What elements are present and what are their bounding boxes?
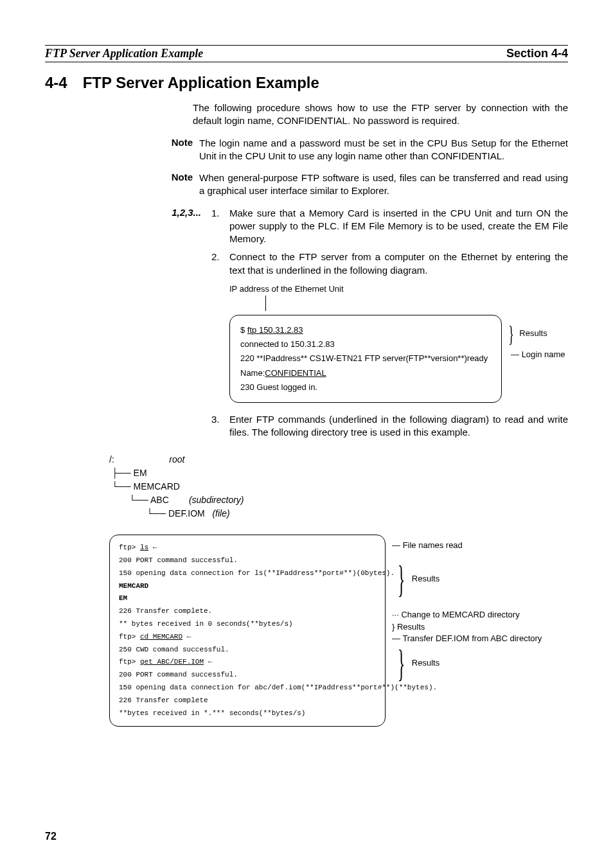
term-name-label: Name:: [240, 368, 265, 378]
term1-line2: connected to 150.31.2.83: [240, 337, 491, 351]
tree-root-label: root: [169, 454, 184, 465]
note-label: Note: [161, 137, 199, 163]
steps-block: 1,2,3... Make sure that a Memory Card is…: [45, 207, 568, 445]
side-results: }Results: [506, 328, 565, 340]
diagram2-side-labels: — File names read }Results ··· Change to…: [392, 538, 542, 679]
rule-under: [45, 62, 568, 62]
term2-l10: ftp> get ABC/DEF.IOM ←: [119, 656, 376, 669]
step-3: Enter FTP commands (underlined in the fo…: [229, 413, 568, 439]
terminal-box-2: ftp> ls ← 200 PORT command successful. 1…: [109, 535, 386, 727]
term2-l12: 150 opening data connection for abc/def.…: [119, 682, 376, 695]
term-login-name: CONFIDENTIAL: [265, 368, 326, 378]
note-label: Note: [161, 172, 199, 198]
term2-l6: 226 Transfer complete.: [119, 605, 376, 618]
term2-l7: ** bytes received in 0 seconds(**bytes/s…: [119, 618, 376, 631]
term1-line4: Name:CONFIDENTIAL: [240, 366, 491, 380]
diagram1: $ ftp 150.31.2.83 connected to 150.31.2.…: [229, 315, 568, 402]
term1-line5: 230 Guest logged in.: [240, 380, 491, 394]
step-2: Connect to the FTP server from a compute…: [229, 251, 568, 403]
term2-l2: 200 PORT command successful.: [119, 554, 376, 567]
diagram1-caption: IP address of the Ethernet Unit: [229, 283, 568, 295]
tree-root-path: /:: [109, 454, 114, 465]
tree-abc: ABC: [150, 495, 169, 505]
intro-paragraph: The following procedure shows how to use…: [193, 102, 568, 128]
tree-abc-label: (subdirectory): [189, 495, 244, 505]
note-1: Note The login name and a password must …: [45, 137, 568, 163]
term2-l11: 200 PORT command successful.: [119, 669, 376, 682]
running-section: Section 4-4: [506, 47, 568, 60]
term1-line3: 220 **IPaddress** CS1W-ETN21 FTP server(…: [240, 351, 491, 366]
term2-l4: MEMCARD: [119, 580, 376, 593]
term2-l9: 250 CWD comand successful.: [119, 644, 376, 657]
side-filenames: — File names read: [392, 540, 542, 551]
term2-l5: EM: [119, 592, 376, 605]
terminal-box-1: $ ftp 150.31.2.83 connected to 150.31.2.…: [229, 315, 502, 402]
page: FTP Server Application Example Section 4…: [0, 0, 613, 868]
side-results-text: Results: [519, 328, 547, 338]
diagram2: ftp> ls ← 200 PORT command successful. 1…: [109, 535, 568, 727]
term2-l14: **bytes received in *.*** seconds(**byte…: [119, 707, 376, 720]
tree-em: EM: [134, 468, 147, 478]
tree-memcard: MEMCARD: [134, 481, 180, 492]
side-results-1: }Results: [392, 563, 542, 595]
section-heading: 4-4 FTP Server Application Example: [45, 74, 568, 92]
step-1: Make sure that a Memory Card is inserted…: [229, 207, 568, 246]
page-number: 72: [45, 831, 57, 842]
term2-l3: 150 opening data connection for ls(**IPa…: [119, 567, 376, 580]
tree-def-label: (file): [212, 508, 229, 518]
note-body: When general-purpose FTP software is use…: [199, 172, 568, 198]
steps-label: 1,2,3...: [151, 207, 211, 445]
diagram1-side-labels: }Results — Login name: [506, 324, 565, 369]
side-change-dir: ··· Change to MEMCARD directory: [392, 609, 542, 621]
directory-tree: /: root ├── EM └── MEMCARD └── ABC (subd…: [109, 453, 568, 520]
side-results-2: } Results: [392, 621, 542, 633]
term1-line1: $ ftp 150.31.2.83: [240, 323, 491, 337]
term2-l1: ftp> ls ←: [119, 542, 376, 554]
side-login-text: Login name: [522, 350, 565, 359]
term2-l13: 226 Transfer complete: [119, 695, 376, 707]
rule-top: [45, 45, 568, 46]
side-login: — Login name: [506, 349, 565, 360]
note-body: The login name and a password must be se…: [199, 137, 568, 163]
side-transfer: — Transfer DEF.IOM from ABC directory: [392, 633, 542, 644]
term2-l8: ftp> cd MEMCARD ←: [119, 631, 376, 644]
caption-leader-line: [265, 296, 568, 311]
running-header: FTP Server Application Example Section 4…: [45, 47, 568, 60]
step-2-text: Connect to the FTP server from a compute…: [229, 251, 568, 275]
side-results-3: }Results: [392, 647, 542, 679]
running-title: FTP Server Application Example: [45, 47, 203, 60]
tree-def: DEF.IOM: [168, 508, 205, 518]
term-cmd: ftp 150.31.2.83: [247, 325, 303, 335]
term-prompt: $: [240, 325, 247, 335]
note-2: Note When general-purpose FTP software i…: [45, 172, 568, 198]
steps-body: Make sure that a Memory Card is inserted…: [211, 207, 568, 445]
brace-icon: }: [508, 328, 514, 340]
